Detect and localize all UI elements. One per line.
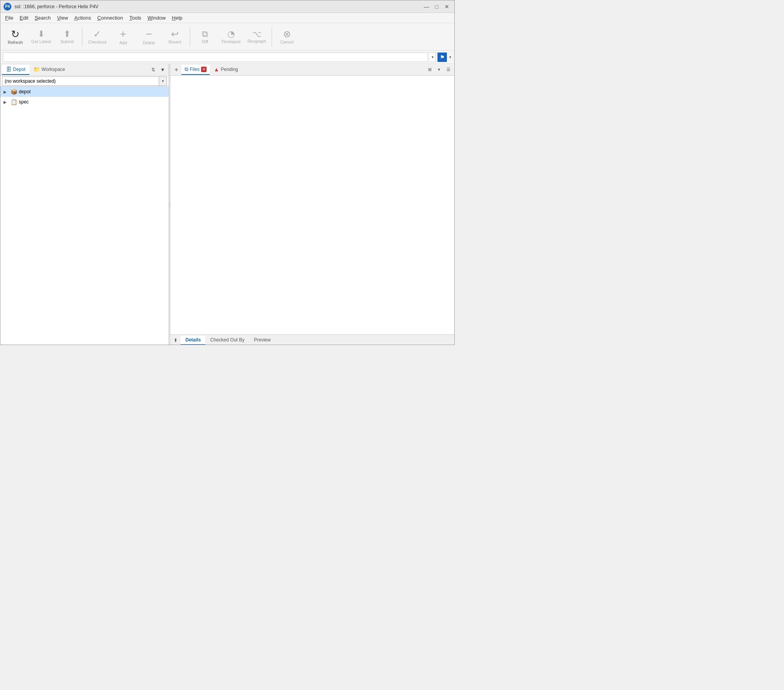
- tab-workspace[interactable]: 📁 Workspace: [29, 65, 69, 75]
- left-tab-controls: ⇅ ▼: [149, 65, 167, 74]
- bookmark-button[interactable]: ⚑: [437, 53, 447, 62]
- timelapse-icon: ◔: [227, 30, 235, 38]
- revgraph-label: Revgraph: [247, 39, 266, 44]
- tab-depot[interactable]: 🗄 Depot: [2, 65, 29, 75]
- sort-button[interactable]: ⇅: [149, 65, 158, 74]
- sort-icon: ⇅: [151, 67, 155, 73]
- refresh-icon: ↻: [11, 29, 20, 39]
- tab-details[interactable]: Details: [181, 336, 205, 345]
- menu-connection[interactable]: Connection: [94, 14, 126, 22]
- cancel-icon: ⊗: [283, 29, 291, 39]
- refresh-label: Refresh: [8, 40, 23, 45]
- left-panel: 🗄 Depot 📁 Workspace ⇅ ▼ (no workspace se…: [0, 64, 169, 345]
- add-tab-button[interactable]: +: [172, 65, 181, 74]
- right-grid-btn[interactable]: ⊞: [425, 65, 434, 74]
- files-tab-label: Files: [190, 67, 200, 72]
- tree-arrow-depot: ▶: [4, 90, 9, 94]
- menu-edit[interactable]: Edit: [16, 14, 31, 22]
- tab-checked-out-by[interactable]: Checked Out By: [205, 336, 249, 345]
- add-button[interactable]: + Add: [111, 25, 136, 49]
- menu-view[interactable]: View: [54, 14, 71, 22]
- tab-pending[interactable]: ▲ Pending: [211, 65, 241, 75]
- diff-label: Diff: [202, 39, 208, 44]
- file-tree: ▶ 📦 depot ▶ 📋 spec: [0, 87, 169, 345]
- depot-tab-label: Depot: [13, 67, 25, 72]
- menu-window[interactable]: Window: [144, 14, 169, 22]
- address-input-wrapper: [3, 53, 428, 62]
- menu-help[interactable]: Help: [169, 14, 186, 22]
- refresh-button[interactable]: ↻ Refresh: [3, 25, 28, 49]
- app-icon: P4: [4, 3, 11, 11]
- revert-button[interactable]: ↩ Revert: [162, 25, 187, 49]
- right-tabs-row: + ⧉ Files ✕ ▲ Pending ⊞ ▾ ☰: [171, 64, 454, 76]
- bookmark-icon: ⚑: [440, 54, 445, 60]
- bottom-collapse-btn[interactable]: ⬆: [171, 336, 180, 345]
- get-latest-button[interactable]: ⬇ Get Latest: [29, 25, 54, 49]
- right-panel: + ⧉ Files ✕ ▲ Pending ⊞ ▾ ☰ ⬆ Details: [171, 64, 454, 345]
- title-bar-left: P4 ssl: :1666, perforce - Perforce Helix…: [4, 3, 98, 11]
- right-list-btn[interactable]: ☰: [444, 65, 453, 74]
- revgraph-button[interactable]: ⌥ Revgraph: [244, 25, 269, 49]
- checkout-label: Checkout: [88, 40, 106, 44]
- address-input[interactable]: [5, 54, 425, 60]
- submit-button[interactable]: ⬆ Submit: [54, 25, 80, 49]
- bottom-tabs-row: ⬆ Details Checked Out By Preview: [171, 334, 454, 345]
- tree-item-depot[interactable]: ▶ 📦 depot: [0, 87, 169, 97]
- minimize-button[interactable]: —: [422, 2, 431, 11]
- address-bar: ▾ ⚑ ▾: [0, 51, 454, 64]
- menu-tools[interactable]: Tools: [126, 14, 144, 22]
- workspace-selector: (no workspace selected) ▾: [0, 76, 169, 87]
- submit-icon: ⬆: [64, 30, 71, 38]
- filter-button[interactable]: ▼: [158, 65, 167, 74]
- menu-actions[interactable]: Actions: [71, 14, 94, 22]
- tree-item-spec[interactable]: ▶ 📋 spec: [0, 97, 169, 107]
- add-label: Add: [119, 40, 127, 45]
- window-controls: — □ ✕: [422, 2, 451, 11]
- filter-icon: ▼: [160, 67, 165, 73]
- cancel-button[interactable]: ⊗ Cancel: [274, 25, 299, 49]
- toolbar: ↻ Refresh ⬇ Get Latest ⬆ Submit ✓ Checko…: [0, 23, 454, 51]
- pending-tab-label: Pending: [221, 67, 238, 72]
- menu-bar: File Edit Search View Actions Connection…: [0, 13, 454, 23]
- toolbar-separator-2: [190, 27, 190, 47]
- depot-folder-icon: 📦: [11, 89, 17, 95]
- delete-button[interactable]: − Delete: [136, 25, 162, 49]
- delete-icon: −: [146, 29, 152, 40]
- close-button[interactable]: ✕: [443, 2, 451, 11]
- checkout-button[interactable]: ✓ Checkout: [85, 25, 110, 49]
- right-panel-controls: ⊞ ▾ ☰: [425, 65, 453, 74]
- main-area: 🗄 Depot 📁 Workspace ⇅ ▼ (no workspace se…: [0, 64, 454, 345]
- maximize-button[interactable]: □: [432, 2, 441, 11]
- address-dropdown-btn[interactable]: ▾: [430, 53, 436, 62]
- files-area: [171, 76, 454, 334]
- add-icon: +: [120, 29, 126, 40]
- diff-button[interactable]: ⧉ Diff: [192, 25, 218, 49]
- toolbar-separator-3: [272, 27, 272, 47]
- menu-search[interactable]: Search: [31, 14, 54, 22]
- delete-label: Delete: [143, 40, 155, 45]
- workspace-tab-icon: 📁: [33, 66, 40, 73]
- address-more-btn[interactable]: ▾: [448, 55, 452, 59]
- tree-item-spec-label: spec: [19, 99, 29, 105]
- preview-tab-label: Preview: [254, 337, 271, 343]
- get-latest-icon: ⬇: [38, 30, 45, 38]
- revert-icon: ↩: [171, 29, 179, 39]
- checked-out-tab-label: Checked Out By: [210, 337, 244, 343]
- cancel-label: Cancel: [280, 40, 294, 44]
- left-tabs-row: 🗄 Depot 📁 Workspace ⇅ ▼: [0, 64, 169, 76]
- tab-preview[interactable]: Preview: [249, 336, 276, 345]
- right-dropdown-btn[interactable]: ▾: [435, 65, 443, 74]
- files-tab-icon: ⧉: [185, 66, 188, 73]
- title-bar: P4 ssl: :1666, perforce - Perforce Helix…: [0, 0, 454, 13]
- timelapse-label: Timelapse: [221, 39, 241, 44]
- timelapse-button[interactable]: ◔ Timelapse: [218, 25, 243, 49]
- tab-files[interactable]: ⧉ Files ✕: [181, 65, 210, 75]
- details-tab-label: Details: [185, 337, 201, 343]
- files-tab-close-btn[interactable]: ✕: [201, 67, 207, 72]
- window-title: ssl: :1666, perforce - Perforce Helix P4…: [15, 4, 98, 9]
- menu-file[interactable]: File: [2, 14, 16, 22]
- get-latest-label: Get Latest: [31, 39, 51, 44]
- workspace-dropdown-arrow[interactable]: ▾: [159, 76, 167, 86]
- workspace-select[interactable]: (no workspace selected): [2, 76, 159, 86]
- tree-item-depot-label: depot: [19, 89, 31, 94]
